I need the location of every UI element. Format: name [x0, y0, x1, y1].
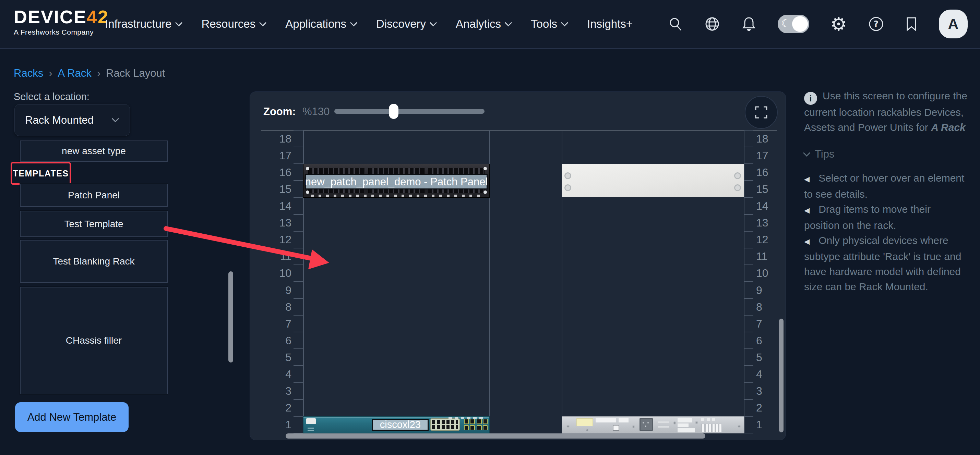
rack-horizontal-scrollbar[interactable] — [286, 433, 705, 439]
rack-unit-number-right: 9 — [756, 284, 784, 297]
rack-unit-number-left: 4 — [264, 368, 291, 380]
info-icon: i — [804, 92, 817, 105]
rack-unit-number-left: 3 — [264, 384, 291, 398]
switch-ethernet-ports — [430, 419, 460, 431]
rack-unit-number-left: 8 — [264, 300, 291, 314]
help-icon[interactable]: ? — [868, 16, 884, 32]
nav-item-applications[interactable]: Applications — [285, 17, 356, 30]
template-item-test-blanking-rack[interactable]: Test Blanking Rack — [20, 240, 168, 283]
breadcrumb-link-a-rack[interactable]: A Rack — [57, 67, 91, 79]
rack-unit-number-left: 18 — [264, 132, 291, 145]
screw-icon — [695, 421, 698, 424]
rack-unit-tick — [294, 163, 303, 164]
template-item-new-asset-type[interactable]: new asset type — [20, 141, 168, 162]
device-cisco-switch[interactable]: ciscoxl23 — [303, 416, 490, 433]
gear-icon[interactable]: ⚙ — [830, 13, 847, 35]
switch-uplink-ports — [477, 419, 488, 430]
location-label: Select a location: — [14, 91, 89, 103]
bell-icon[interactable] — [741, 16, 756, 32]
breadcrumb-link-racks[interactable]: Racks — [14, 67, 43, 79]
nav-item-discovery[interactable]: Discovery — [376, 17, 436, 30]
screw-icon — [673, 422, 676, 425]
rack-unit-tick — [294, 197, 303, 198]
zoom-value: %130 — [302, 106, 329, 118]
server-label-sticker — [576, 419, 593, 426]
device-blanking-panel[interactable] — [562, 164, 744, 197]
templates-section-header: TEMPLATES — [11, 162, 71, 185]
screw-icon — [738, 425, 741, 428]
nav-item-label: Applications — [285, 17, 346, 30]
rack-unit-tick — [744, 147, 753, 147]
rack-unit-number-left: 5 — [264, 351, 291, 364]
nav-item-label: Tools — [531, 17, 557, 30]
device-server[interactable] — [562, 416, 745, 433]
rack-unit-tick — [294, 332, 303, 332]
rack-vertical-scrollbar[interactable] — [779, 319, 784, 433]
chevron-down-icon — [350, 19, 357, 26]
server-port — [613, 425, 619, 431]
template-item-test-template[interactable]: Test Template — [20, 211, 168, 237]
search-icon[interactable] — [668, 16, 683, 32]
triangle-bullet-icon: ◀ — [804, 175, 810, 183]
add-new-template-button[interactable]: Add New Template — [15, 402, 129, 432]
brand-subtitle: A Freshworks Company — [14, 28, 103, 36]
zoom-slider-thumb[interactable] — [389, 104, 398, 119]
screw-icon — [484, 167, 487, 170]
screw-icon — [565, 172, 571, 179]
rack-unit-tick — [294, 298, 303, 299]
server-slot — [678, 428, 695, 433]
screw-icon — [484, 190, 487, 194]
theme-toggle[interactable]: ☾ — [778, 15, 809, 33]
location-dropdown[interactable]: Rack Mounted — [14, 104, 130, 136]
breadcrumb-separator: › — [97, 67, 100, 79]
rack-unit-number-left: 1 — [264, 418, 291, 431]
triangle-bullet-icon: ◀ — [804, 238, 810, 246]
breadcrumb-current: Rack Layout — [106, 67, 165, 79]
nav-item-tools[interactable]: Tools — [531, 17, 567, 30]
rack-unit-number-left: 10 — [264, 266, 291, 280]
globe-icon[interactable] — [704, 16, 720, 32]
nav-item-label: Infrastructure — [105, 17, 172, 30]
rack-unit-tick — [294, 382, 303, 383]
triangle-bullet-icon: ◀ — [804, 206, 810, 214]
rack-unit-tick — [744, 399, 753, 400]
rack-unit-tick — [294, 214, 303, 215]
rack-unit-number-right: 10 — [756, 266, 784, 280]
device-label-switch: ciscoxl23 — [372, 419, 429, 431]
rack-unit-tick — [744, 214, 753, 215]
main-menu: InfrastructureResourcesApplicationsDisco… — [105, 0, 633, 48]
rack-unit-number-left: 12 — [264, 233, 291, 246]
chevron-down-icon — [561, 19, 568, 26]
template-item-patch-panel[interactable]: Patch Panel — [20, 184, 168, 207]
rack-unit-number-right: 13 — [756, 216, 784, 229]
rack-unit-number-left: 13 — [264, 216, 291, 229]
rack-unit-tick — [744, 365, 753, 366]
rack-canvas-panel — [250, 92, 786, 440]
nav-item-analytics[interactable]: Analytics — [456, 17, 511, 30]
bookmark-icon[interactable] — [905, 16, 918, 32]
rack-unit-tick — [294, 248, 303, 248]
rack-name-emphasis: A Rack — [931, 122, 966, 133]
tips-panel: iUse this screen to configure the curren… — [804, 89, 968, 294]
template-item-chassis-filler[interactable]: CHassis filler — [20, 287, 168, 394]
device-patch-panel[interactable]: new_patch_panel_demo - Patch Panel — [303, 164, 490, 198]
tips-section-toggle[interactable]: Tips — [804, 147, 968, 162]
tip-item: ◀Only physical devices where subtype att… — [804, 233, 968, 294]
breadcrumb-separator: › — [49, 67, 52, 79]
brand-text: DEVICE42 — [14, 8, 103, 26]
nav-item-infrastructure[interactable]: Infrastructure — [105, 17, 181, 30]
server-slot — [678, 418, 692, 422]
zoom-slider[interactable] — [334, 109, 485, 114]
user-avatar[interactable]: A — [939, 10, 968, 38]
sidebar-scrollbar[interactable] — [228, 271, 233, 363]
nav-item-insights-[interactable]: Insights+ — [587, 17, 633, 30]
rack-unit-tick — [744, 180, 753, 181]
nav-item-resources[interactable]: Resources — [201, 17, 266, 30]
breadcrumb: Racks › A Rack › Rack Layout — [14, 67, 165, 79]
rack-unit-tick — [294, 349, 303, 349]
rack-unit-tick — [744, 349, 753, 349]
device42-logo[interactable]: DEVICE42 A Freshworks Company — [14, 8, 103, 36]
tip-item: ◀Select or hover over an element to see … — [804, 171, 968, 202]
rack-unit-number-left: 17 — [264, 149, 291, 162]
fullscreen-button[interactable] — [745, 96, 778, 129]
